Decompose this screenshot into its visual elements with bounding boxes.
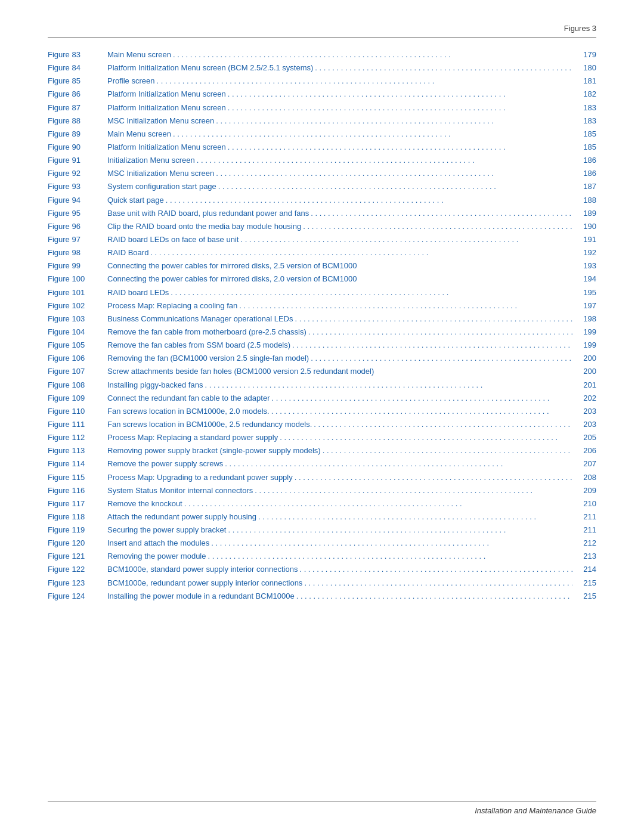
toc-row: Figure 106Removing the fan (BCM1000 vers… [48,352,596,364]
figure-label[interactable]: Figure 110 [48,405,107,417]
figure-label[interactable]: Figure 97 [48,234,107,246]
figure-label[interactable]: Figure 121 [48,550,107,562]
figure-title[interactable]: Connecting the power cables for mirrored… [107,273,357,285]
figure-label[interactable]: Figure 93 [48,181,107,193]
figure-title[interactable]: Remove the power supply screws [107,458,223,470]
figure-title[interactable]: Fan screws location in BCM1000e, 2.5 red… [107,419,312,431]
figure-title[interactable]: System Status Monitor internal connector… [107,485,253,497]
figure-label[interactable]: Figure 104 [48,326,107,338]
figure-title[interactable]: Remove the knockout [107,498,182,510]
figure-label[interactable]: Figure 87 [48,102,107,114]
figure-title[interactable]: Securing the power supply bracket [107,524,226,536]
figure-title[interactable]: Initialization Menu screen [107,154,195,166]
figure-title[interactable]: Installing the power module in a redunda… [107,590,295,602]
figure-title[interactable]: Remove the fan cable from motherboard (p… [107,326,306,338]
figure-title[interactable]: Platform Initialization Menu screen [107,102,226,114]
figure-label[interactable]: Figure 83 [48,49,107,61]
figure-title[interactable]: Screw attachments beside fan holes (BCM1… [107,366,374,377]
figure-label[interactable]: Figure 122 [48,563,107,575]
figure-title[interactable]: Removing the power module [107,550,206,562]
figure-label[interactable]: Figure 101 [48,287,107,299]
figure-label[interactable]: Figure 118 [48,511,107,523]
dots-leader: . . . . . . . . . . . . . . . . . . . . … [225,458,572,470]
figure-title-wrap: Base unit with RAID board, plus redundan… [107,208,572,219]
figure-title[interactable]: Fan screws location in BCM1000e, 2.0 mod… [107,405,270,417]
figure-label[interactable]: Figure 88 [48,115,107,127]
figure-title-wrap: Business Communications Manager operatio… [107,313,572,325]
figure-label[interactable]: Figure 84 [48,62,107,74]
figure-title[interactable]: Main Menu screen [107,128,171,140]
figure-label[interactable]: Figure 106 [48,352,107,364]
figure-title[interactable]: Installing piggy-backed fans [107,379,203,391]
figure-label[interactable]: Figure 108 [48,379,107,391]
figure-title[interactable]: Insert and attach the modules [107,537,209,549]
figure-title[interactable]: MSC Initialization Menu screen [107,168,214,179]
figure-label[interactable]: Figure 117 [48,498,107,510]
figure-label[interactable]: Figure 111 [48,419,107,431]
figure-label[interactable]: Figure 94 [48,194,107,206]
figure-label[interactable]: Figure 98 [48,247,107,259]
figure-page: 199 [572,326,596,338]
figure-title[interactable]: Connecting the power cables for mirrored… [107,260,357,272]
figure-label[interactable]: Figure 103 [48,313,107,325]
figure-label[interactable]: Figure 100 [48,273,107,285]
figure-title[interactable]: Platform Initialization Menu screen [107,88,226,100]
figure-label[interactable]: Figure 107 [48,366,107,377]
figure-label[interactable]: Figure 95 [48,208,107,219]
figure-label[interactable]: Figure 90 [48,141,107,153]
figure-title[interactable]: Base unit with RAID board, plus redundan… [107,208,309,219]
toc-row: Figure 88MSC Initialization Menu screen … [48,115,596,127]
figure-title[interactable]: Profile screen [107,75,154,87]
figure-title[interactable]: Business Communications Manager operatio… [107,313,293,325]
figure-title[interactable]: Platform Initialization Menu screen (BCM… [107,62,313,74]
figure-title[interactable]: System configuration start page [107,181,216,193]
figure-title[interactable]: RAID board LEDs on face of base unit [107,234,239,246]
figure-title[interactable]: Remove the fan cables from SSM board (2.… [107,339,290,351]
figure-label[interactable]: Figure 89 [48,128,107,140]
dots-leader: . . . . . . . . . . . . . . . . . . . . … [271,405,572,417]
figure-title[interactable]: Clip the RAID board onto the media bay m… [107,221,301,233]
figure-title[interactable]: Removing the fan (BCM1000 version 2.5 si… [107,352,309,364]
figure-title[interactable]: Process Map: Replacing a standard power … [107,432,278,444]
figure-title[interactable]: RAID board LEDs [107,287,169,299]
figure-label[interactable]: Figure 96 [48,221,107,233]
figure-title-wrap: Profile screen . . . . . . . . . . . . .… [107,75,572,87]
figure-title[interactable]: Removing power supply bracket (single-po… [107,445,321,457]
figure-label[interactable]: Figure 120 [48,537,107,549]
figure-title-wrap: MSC Initialization Menu screen . . . . .… [107,115,572,127]
figure-label[interactable]: Figure 116 [48,485,107,497]
dots-leader: . . . . . . . . . . . . . . . . . . . . … [171,287,572,299]
figure-label[interactable]: Figure 114 [48,458,107,470]
figure-label[interactable]: Figure 102 [48,300,107,312]
figure-label[interactable]: Figure 124 [48,590,107,602]
figure-page: 185 [572,141,596,153]
figure-label[interactable]: Figure 112 [48,432,107,444]
figure-label[interactable]: Figure 85 [48,75,107,87]
figure-page: 200 [572,352,596,364]
figure-title[interactable]: Process Map: Upgrading to a redundant po… [107,472,293,484]
figure-label[interactable]: Figure 92 [48,168,107,179]
figure-title[interactable]: Main Menu screen [107,49,171,61]
figure-title[interactable]: RAID Board [107,247,148,259]
figure-title[interactable]: Attach the redundant power supply housin… [107,511,256,523]
figure-title[interactable]: BCM1000e, standard power supply interior… [107,563,298,575]
figure-title[interactable]: BCM1000e, redundant power supply interio… [107,577,302,589]
figure-label[interactable]: Figure 123 [48,577,107,589]
figure-label[interactable]: Figure 86 [48,88,107,100]
figure-label[interactable]: Figure 119 [48,524,107,536]
toc-row: Figure 97RAID board LEDs on face of base… [48,234,596,246]
figure-title[interactable]: Platform Initialization Menu screen [107,141,226,153]
figure-title[interactable]: Quick start page [107,194,164,206]
figure-title[interactable]: MSC Initialization Menu screen [107,115,214,127]
figure-title[interactable]: Connect the redundant fan cable to the a… [107,392,270,404]
figure-label[interactable]: Figure 105 [48,339,107,351]
figure-label[interactable]: Figure 113 [48,445,107,457]
page-footer: Installation and Maintenance Guide [48,801,596,815]
dots-leader: . . . . . . . . . . . . . . . . . . . . … [295,472,572,484]
figure-label[interactable]: Figure 91 [48,154,107,166]
dots-leader: . . . . . . . . . . . . . . . . . . . . … [197,154,572,166]
figure-label[interactable]: Figure 99 [48,260,107,272]
figure-title[interactable]: Process Map: Replacing a cooling fan [107,300,237,312]
figure-label[interactable]: Figure 109 [48,392,107,404]
figure-label[interactable]: Figure 115 [48,472,107,484]
